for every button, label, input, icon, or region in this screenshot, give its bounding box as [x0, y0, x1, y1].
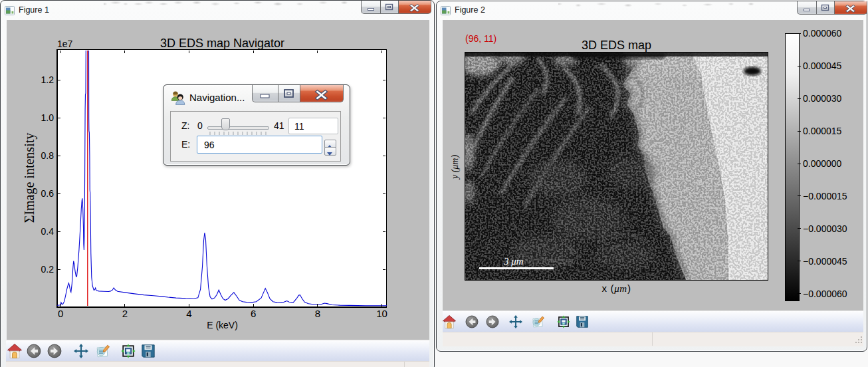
svg-text:3 μm: 3 μm — [503, 256, 524, 267]
